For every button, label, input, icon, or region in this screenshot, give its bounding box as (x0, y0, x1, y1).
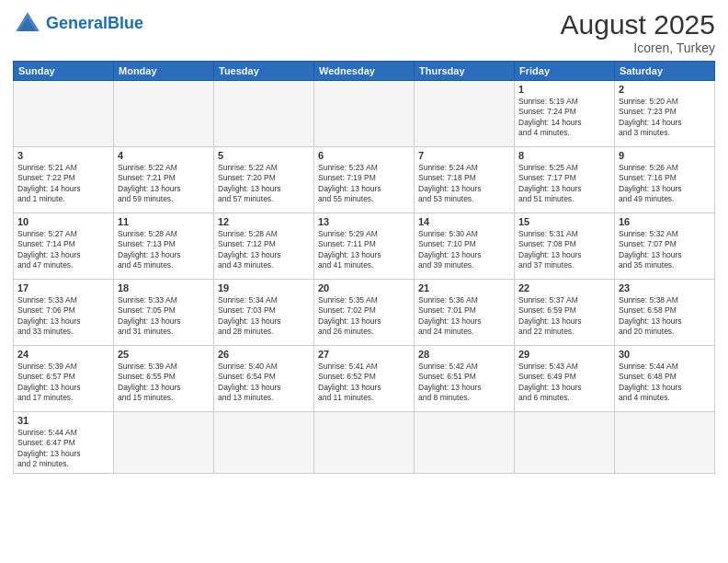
calendar-cell: 12Sunrise: 5:28 AM Sunset: 7:12 PM Dayli… (214, 213, 314, 280)
calendar-cell: 16Sunrise: 5:32 AM Sunset: 7:07 PM Dayli… (615, 213, 715, 280)
day-number: 31 (17, 415, 109, 426)
calendar-cell: 21Sunrise: 5:36 AM Sunset: 7:01 PM Dayli… (415, 280, 515, 346)
calendar-table: SundayMondayTuesdayWednesdayThursdayFrid… (13, 61, 715, 474)
calendar-cell: 28Sunrise: 5:42 AM Sunset: 6:51 PM Dayli… (415, 346, 515, 412)
calendar-cell: 10Sunrise: 5:27 AM Sunset: 7:14 PM Dayli… (14, 213, 114, 280)
calendar-cell: 26Sunrise: 5:40 AM Sunset: 6:54 PM Dayli… (214, 346, 314, 412)
day-number: 10 (17, 216, 109, 227)
calendar-cell: 18Sunrise: 5:33 AM Sunset: 7:05 PM Dayli… (114, 280, 214, 346)
calendar-cell (314, 81, 415, 147)
calendar-week-row: 10Sunrise: 5:27 AM Sunset: 7:14 PM Dayli… (14, 213, 715, 280)
calendar-cell: 13Sunrise: 5:29 AM Sunset: 7:11 PM Dayli… (314, 213, 415, 280)
day-info: Sunrise: 5:28 AM Sunset: 7:13 PM Dayligh… (118, 229, 210, 271)
calendar-week-row: 1Sunrise: 5:19 AM Sunset: 7:24 PM Daylig… (14, 81, 715, 147)
calendar-cell: 19Sunrise: 5:34 AM Sunset: 7:03 PM Dayli… (214, 280, 314, 346)
calendar-week-row: 17Sunrise: 5:33 AM Sunset: 7:06 PM Dayli… (14, 280, 715, 346)
calendar-cell: 14Sunrise: 5:30 AM Sunset: 7:10 PM Dayli… (415, 213, 515, 280)
day-info: Sunrise: 5:43 AM Sunset: 6:49 PM Dayligh… (518, 362, 610, 404)
calendar-cell: 22Sunrise: 5:37 AM Sunset: 6:59 PM Dayli… (515, 280, 615, 346)
day-info: Sunrise: 5:29 AM Sunset: 7:11 PM Dayligh… (318, 229, 410, 271)
calendar-cell: 4Sunrise: 5:22 AM Sunset: 7:21 PM Daylig… (114, 147, 214, 213)
calendar-cell: 7Sunrise: 5:24 AM Sunset: 7:18 PM Daylig… (415, 147, 515, 213)
day-info: Sunrise: 5:26 AM Sunset: 7:16 PM Dayligh… (619, 163, 711, 205)
month-year: August 2025 (561, 9, 715, 40)
day-info: Sunrise: 5:25 AM Sunset: 7:17 PM Dayligh… (518, 163, 610, 205)
calendar-cell (114, 81, 214, 147)
day-info: Sunrise: 5:35 AM Sunset: 7:02 PM Dayligh… (318, 295, 410, 338)
day-number: 1 (518, 84, 610, 95)
day-info: Sunrise: 5:39 AM Sunset: 6:55 PM Dayligh… (118, 362, 210, 404)
day-header-sunday: Sunday (14, 62, 114, 81)
calendar-cell: 27Sunrise: 5:41 AM Sunset: 6:52 PM Dayli… (314, 346, 415, 412)
day-info: Sunrise: 5:30 AM Sunset: 7:10 PM Dayligh… (418, 229, 510, 271)
day-number: 9 (619, 150, 711, 161)
calendar-cell: 23Sunrise: 5:38 AM Sunset: 6:58 PM Dayli… (615, 280, 715, 346)
day-info: Sunrise: 5:33 AM Sunset: 7:05 PM Dayligh… (118, 295, 210, 338)
day-info: Sunrise: 5:31 AM Sunset: 7:08 PM Dayligh… (518, 229, 610, 271)
calendar-cell: 1Sunrise: 5:19 AM Sunset: 7:24 PM Daylig… (515, 81, 615, 147)
calendar-cell: 8Sunrise: 5:25 AM Sunset: 7:17 PM Daylig… (515, 147, 615, 213)
calendar-cell (415, 412, 515, 474)
calendar-cell (214, 81, 314, 147)
day-info: Sunrise: 5:42 AM Sunset: 6:51 PM Dayligh… (418, 362, 510, 404)
calendar-cell: 9Sunrise: 5:26 AM Sunset: 7:16 PM Daylig… (615, 147, 715, 213)
day-number: 25 (118, 349, 210, 360)
page: GeneralBlue August 2025 Icoren, Turkey S… (0, 0, 728, 563)
calendar-cell: 17Sunrise: 5:33 AM Sunset: 7:06 PM Dayli… (14, 280, 114, 346)
day-number: 14 (418, 216, 510, 227)
calendar-cell: 20Sunrise: 5:35 AM Sunset: 7:02 PM Dayli… (314, 280, 415, 346)
day-number: 21 (418, 282, 510, 293)
day-header-friday: Friday (515, 62, 615, 81)
day-info: Sunrise: 5:37 AM Sunset: 6:59 PM Dayligh… (518, 295, 610, 338)
day-header-monday: Monday (114, 62, 214, 81)
calendar-cell (114, 412, 214, 474)
calendar-week-row: 24Sunrise: 5:39 AM Sunset: 6:57 PM Dayli… (14, 346, 715, 412)
calendar-cell: 3Sunrise: 5:21 AM Sunset: 7:22 PM Daylig… (14, 147, 114, 213)
day-number: 16 (619, 216, 711, 227)
day-info: Sunrise: 5:20 AM Sunset: 7:23 PM Dayligh… (619, 97, 711, 139)
day-header-saturday: Saturday (615, 62, 715, 81)
day-info: Sunrise: 5:24 AM Sunset: 7:18 PM Dayligh… (418, 163, 510, 205)
day-info: Sunrise: 5:21 AM Sunset: 7:22 PM Dayligh… (17, 163, 109, 205)
calendar-cell (314, 412, 415, 474)
day-info: Sunrise: 5:36 AM Sunset: 7:01 PM Dayligh… (418, 295, 510, 338)
day-info: Sunrise: 5:28 AM Sunset: 7:12 PM Dayligh… (218, 229, 310, 271)
day-number: 7 (418, 150, 510, 161)
day-info: Sunrise: 5:44 AM Sunset: 6:48 PM Dayligh… (619, 362, 711, 404)
day-number: 2 (619, 84, 711, 95)
title-block: August 2025 Icoren, Turkey (561, 9, 715, 55)
day-header-wednesday: Wednesday (314, 62, 415, 81)
day-number: 18 (118, 282, 210, 293)
calendar-cell: 11Sunrise: 5:28 AM Sunset: 7:13 PM Dayli… (114, 213, 214, 280)
day-number: 24 (17, 349, 109, 360)
day-number: 23 (619, 282, 711, 293)
day-number: 8 (518, 150, 610, 161)
day-info: Sunrise: 5:22 AM Sunset: 7:21 PM Dayligh… (118, 163, 210, 205)
day-number: 26 (218, 349, 310, 360)
day-info: Sunrise: 5:34 AM Sunset: 7:03 PM Dayligh… (218, 295, 310, 338)
calendar-cell (515, 412, 615, 474)
day-number: 20 (318, 282, 410, 293)
day-info: Sunrise: 5:33 AM Sunset: 7:06 PM Dayligh… (17, 295, 109, 338)
day-info: Sunrise: 5:27 AM Sunset: 7:14 PM Dayligh… (17, 229, 109, 271)
calendar-cell (615, 412, 715, 474)
day-number: 28 (418, 349, 510, 360)
logo-general: General (46, 14, 108, 32)
calendar-week-row: 3Sunrise: 5:21 AM Sunset: 7:22 PM Daylig… (14, 147, 715, 213)
calendar-cell: 2Sunrise: 5:20 AM Sunset: 7:23 PM Daylig… (615, 81, 715, 147)
day-number: 5 (218, 150, 310, 161)
calendar-cell: 24Sunrise: 5:39 AM Sunset: 6:57 PM Dayli… (14, 346, 114, 412)
day-info: Sunrise: 5:40 AM Sunset: 6:54 PM Dayligh… (218, 362, 310, 404)
day-number: 6 (318, 150, 410, 161)
day-info: Sunrise: 5:19 AM Sunset: 7:24 PM Dayligh… (518, 97, 610, 139)
calendar-week-row: 31Sunrise: 5:44 AM Sunset: 6:47 PM Dayli… (14, 412, 715, 474)
logo-blue: Blue (108, 14, 143, 32)
day-number: 13 (318, 216, 410, 227)
day-number: 4 (118, 150, 210, 161)
day-header-tuesday: Tuesday (214, 62, 314, 81)
day-info: Sunrise: 5:22 AM Sunset: 7:20 PM Dayligh… (218, 163, 310, 205)
day-info: Sunrise: 5:38 AM Sunset: 6:58 PM Dayligh… (619, 295, 711, 338)
day-number: 15 (518, 216, 610, 227)
day-number: 29 (518, 349, 610, 360)
logo: GeneralBlue (13, 9, 143, 39)
